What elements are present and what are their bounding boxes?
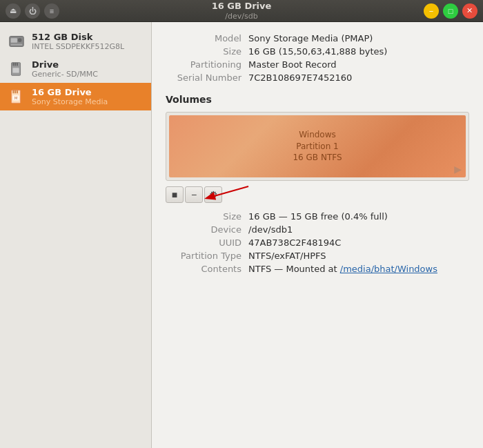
vol-uuid-value: 47AB738C2F48194C bbox=[248, 237, 341, 248]
svg-rect-5 bbox=[12, 63, 14, 66]
vol-partition-label: Partition Type bbox=[166, 251, 248, 261]
sidebar-item-sd-text: Drive Generic- SD/MMC bbox=[32, 59, 98, 79]
vol-bar-line1: Windows bbox=[293, 129, 342, 141]
vol-contents-label: Contents bbox=[166, 264, 248, 274]
sidebar-item-16gb-sub: Sony Storage Media bbox=[32, 97, 108, 106]
vol-bar-line2: Partition 1 bbox=[293, 141, 342, 153]
sidebar-item-512gb-name: 512 GB Disk bbox=[32, 32, 124, 42]
sidebar-item-512gb-sub: INTEL SSDPEKKF512G8L bbox=[32, 42, 124, 51]
svg-rect-10 bbox=[12, 90, 14, 94]
serial-value: 7C2B108697E7452160 bbox=[248, 72, 352, 83]
sidebar-item-sd-sub: Generic- SD/MMC bbox=[32, 70, 98, 79]
main-layout: 512 GB Disk INTEL SSDPEKKF512G8L Drive G… bbox=[0, 22, 483, 448]
partitioning-row: Partitioning Master Boot Record bbox=[166, 59, 469, 70]
sidebar: 512 GB Disk INTEL SSDPEKKF512G8L Drive G… bbox=[0, 22, 152, 448]
vol-size-label: Size bbox=[166, 211, 248, 222]
sidebar-item-512gb-text: 512 GB Disk INTEL SSDPEKKF512G8L bbox=[32, 32, 124, 51]
titlebar-center: 16 GB Drive /dev/sdb bbox=[212, 1, 272, 21]
arrow-annotation bbox=[200, 183, 255, 204]
vol-device-value: /dev/sdb1 bbox=[248, 224, 293, 235]
content-area: Model Sony Storage Media (PMAP) Size 16 … bbox=[152, 22, 483, 448]
vol-contents-value: NTFS — Mounted at /media/bhat/Windows bbox=[248, 264, 437, 274]
vol-device-label: Device bbox=[166, 224, 248, 235]
sidebar-item-16gb-name: 16 GB Drive bbox=[32, 87, 108, 97]
size-row: Size 16 GB (15,50,63,41,888 bytes) bbox=[166, 46, 469, 57]
svg-rect-1 bbox=[11, 38, 17, 43]
sidebar-item-16gb-text: 16 GB Drive Sony Storage Media bbox=[32, 87, 108, 106]
svg-rect-12 bbox=[17, 90, 18, 94]
volume-bar-text: Windows Partition 1 16 GB NTFS bbox=[293, 129, 342, 164]
stop-volume-button[interactable]: ■ bbox=[166, 186, 184, 203]
minimize-button[interactable]: − bbox=[424, 3, 439, 19]
vol-contents-row: Contents NTFS — Mounted at /media/bhat/W… bbox=[166, 264, 469, 274]
titlebar-left-icons: ⏏ ⏻ ≡ bbox=[6, 3, 59, 19]
sidebar-item-16gb[interactable]: M 16 GB Drive Sony Storage Media bbox=[0, 83, 151, 110]
svg-rect-3 bbox=[11, 44, 23, 46]
partitioning-label: Partitioning bbox=[166, 59, 248, 70]
disk-icon-512 bbox=[7, 32, 26, 51]
svg-rect-6 bbox=[14, 63, 16, 66]
svg-rect-8 bbox=[12, 68, 19, 72]
serial-label: Serial Number bbox=[166, 72, 248, 83]
power-button[interactable]: ⏻ bbox=[25, 3, 40, 19]
size-value: 16 GB (15,50,63,41,888 bytes) bbox=[248, 46, 387, 57]
size-label: Size bbox=[166, 46, 248, 57]
partitioning-value: Master Boot Record bbox=[248, 59, 337, 70]
volume-visualization: Windows Partition 1 16 GB NTFS ▶ bbox=[166, 112, 469, 181]
svg-line-16 bbox=[207, 186, 248, 198]
vol-partition-row: Partition Type NTFS/exFAT/HPFS bbox=[166, 251, 469, 261]
model-label: Model bbox=[166, 33, 248, 43]
vol-bar-line3: 16 GB NTFS bbox=[293, 152, 342, 164]
vol-partition-value: NTFS/exFAT/HPFS bbox=[248, 251, 326, 261]
volume-expand-icon: ▶ bbox=[454, 164, 462, 175]
usb-icon: M bbox=[7, 87, 26, 106]
window-subtitle: /dev/sdb bbox=[225, 12, 257, 21]
vol-size-row: Size 16 GB — 15 GB free (0.4% full) bbox=[166, 211, 469, 222]
vol-contents-prefix: NTFS — Mounted at bbox=[248, 264, 340, 274]
drive-info-table: Model Sony Storage Media (PMAP) Size 16 … bbox=[166, 33, 469, 83]
titlebar-right-icons: − □ ✕ bbox=[424, 3, 477, 19]
vol-uuid-row: UUID 47AB738C2F48194C bbox=[166, 237, 469, 248]
eject-button[interactable]: ⏏ bbox=[6, 3, 21, 19]
model-value: Sony Storage Media (PMAP) bbox=[248, 33, 373, 43]
close-button[interactable]: ✕ bbox=[462, 3, 477, 19]
titlebar: ⏏ ⏻ ≡ 16 GB Drive /dev/sdb − □ ✕ bbox=[0, 0, 483, 22]
volumes-title: Volumes bbox=[166, 94, 469, 105]
sd-icon bbox=[7, 59, 26, 79]
vol-uuid-label: UUID bbox=[166, 237, 248, 248]
sidebar-item-drive-sd[interactable]: Drive Generic- SD/MMC bbox=[0, 55, 151, 83]
svg-rect-11 bbox=[14, 90, 16, 94]
model-row: Model Sony Storage Media (PMAP) bbox=[166, 33, 469, 43]
menu-button[interactable]: ≡ bbox=[44, 3, 59, 19]
volume-details: Size 16 GB — 15 GB free (0.4% full) Devi… bbox=[166, 211, 469, 274]
svg-rect-7 bbox=[17, 63, 18, 66]
svg-text:M: M bbox=[14, 96, 18, 100]
window-title: 16 GB Drive bbox=[212, 1, 272, 12]
serial-row: Serial Number 7C2B108697E7452160 bbox=[166, 72, 469, 83]
volume-bar[interactable]: Windows Partition 1 16 GB NTFS ▶ bbox=[169, 115, 466, 177]
maximize-button[interactable]: □ bbox=[443, 3, 458, 19]
sidebar-item-512gb[interactable]: 512 GB Disk INTEL SSDPEKKF512G8L bbox=[0, 28, 151, 55]
vol-device-row: Device /dev/sdb1 bbox=[166, 224, 469, 235]
vol-contents-link[interactable]: /media/bhat/Windows bbox=[340, 264, 437, 274]
vol-size-value: 16 GB — 15 GB free (0.4% full) bbox=[248, 211, 388, 222]
sidebar-item-sd-name: Drive bbox=[32, 59, 98, 70]
svg-point-2 bbox=[18, 38, 22, 42]
